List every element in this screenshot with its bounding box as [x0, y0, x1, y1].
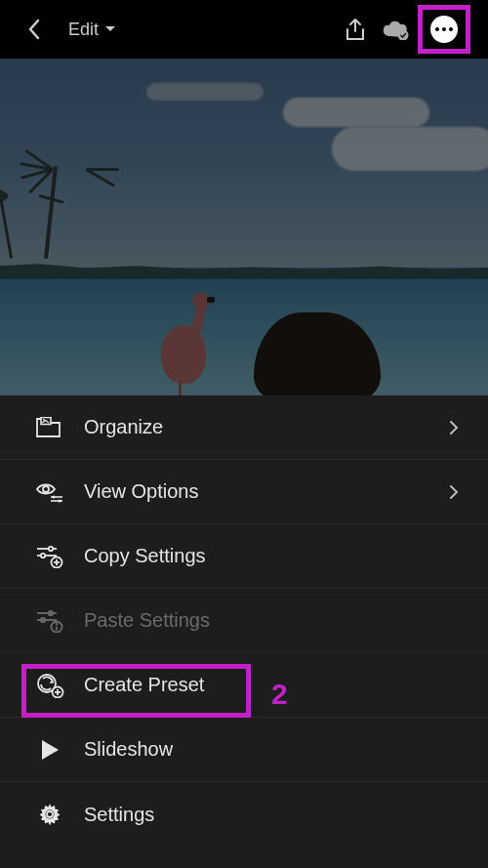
more-options-button[interactable] [427, 12, 462, 47]
chevron-left-icon [27, 19, 41, 40]
dim-overlay [0, 59, 488, 395]
menu-item-settings[interactable]: Settings [0, 782, 488, 847]
back-button[interactable] [21, 17, 47, 42]
svg-point-18 [41, 617, 45, 621]
options-menu: Organize View Options Copy Settings Past… [0, 395, 488, 868]
chevron-down-icon [104, 25, 116, 33]
circle-reuse-plus-icon [35, 671, 64, 700]
chevron-right-icon [449, 420, 459, 435]
cloud-check-icon [382, 19, 411, 40]
svg-point-11 [41, 553, 45, 557]
menu-item-label: Paste Settings [84, 609, 210, 632]
menu-item-paste-settings: Paste Settings [0, 589, 488, 653]
menu-item-organize[interactable]: Organize [0, 395, 488, 460]
sliders-info-icon [35, 606, 64, 636]
svg-point-3 [43, 486, 49, 492]
eye-sliders-icon [35, 477, 64, 507]
svg-point-6 [52, 495, 55, 498]
svg-point-7 [58, 499, 61, 502]
cloud-sync-button[interactable] [379, 12, 414, 47]
menu-item-label: Organize [84, 416, 163, 438]
play-icon [35, 735, 64, 765]
mode-title: Edit [68, 20, 99, 40]
svg-point-10 [49, 546, 53, 550]
share-button[interactable] [338, 12, 373, 47]
sliders-plus-icon [35, 542, 64, 571]
chevron-right-icon [449, 484, 459, 500]
menu-item-copy-settings[interactable]: Copy Settings [0, 524, 488, 589]
menu-item-label: Create Preset [84, 674, 204, 696]
mode-dropdown[interactable]: Edit [68, 20, 116, 40]
menu-item-view-options[interactable]: View Options [0, 460, 488, 524]
app-header: Edit [0, 0, 488, 59]
menu-item-label: Slideshow [84, 738, 173, 761]
menu-item-label: Settings [84, 804, 154, 826]
annotation-label-2: 2 [271, 678, 288, 711]
gear-icon [35, 800, 64, 829]
more-horizontal-icon [430, 16, 458, 43]
share-icon [345, 18, 366, 41]
annotation-highlight-1 [418, 5, 470, 54]
menu-item-label: View Options [84, 480, 198, 503]
folder-image-icon [35, 413, 64, 442]
svg-point-0 [398, 30, 409, 41]
photo-preview [0, 59, 488, 395]
menu-item-label: Copy Settings [84, 545, 206, 567]
menu-item-create-preset[interactable]: Create Preset [0, 653, 488, 718]
svg-point-20 [56, 623, 58, 625]
svg-point-17 [49, 610, 53, 614]
menu-item-slideshow[interactable]: Slideshow [0, 718, 488, 782]
